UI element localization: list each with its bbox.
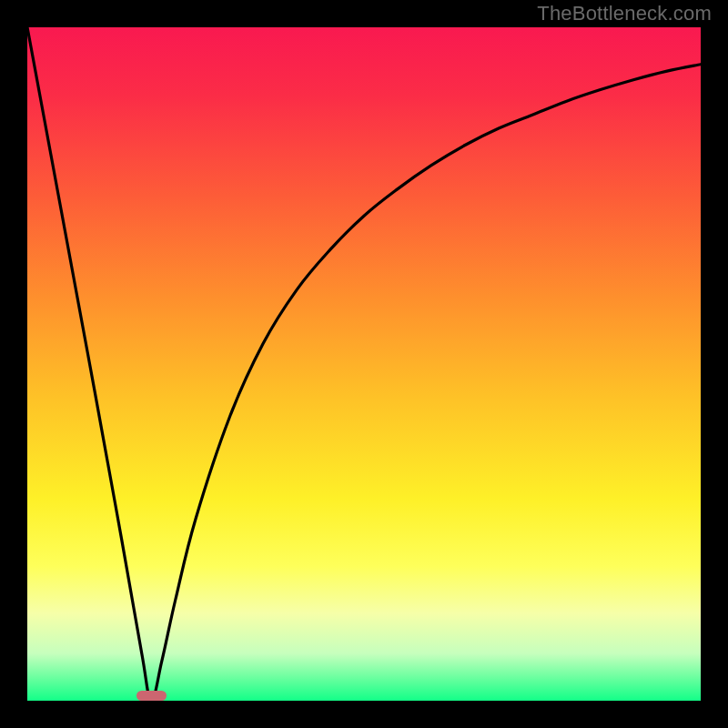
curve-svg <box>27 27 701 701</box>
chart-frame: TheBottleneck.com <box>0 0 728 728</box>
min-marker <box>136 691 167 701</box>
bottleneck-curve-path <box>27 27 701 701</box>
attribution-text: TheBottleneck.com <box>537 2 712 25</box>
plot-area <box>27 27 701 701</box>
